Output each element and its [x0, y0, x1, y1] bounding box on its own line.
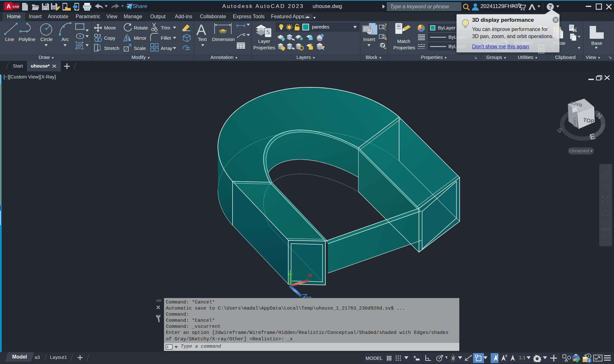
svg-text:E: E: [589, 132, 596, 142]
svg-text:i: i: [589, 359, 590, 362]
svg-text:CAD: CAD: [12, 5, 19, 8]
svg-text:A: A: [7, 3, 11, 10]
svg-text:?: ?: [549, 4, 552, 10]
